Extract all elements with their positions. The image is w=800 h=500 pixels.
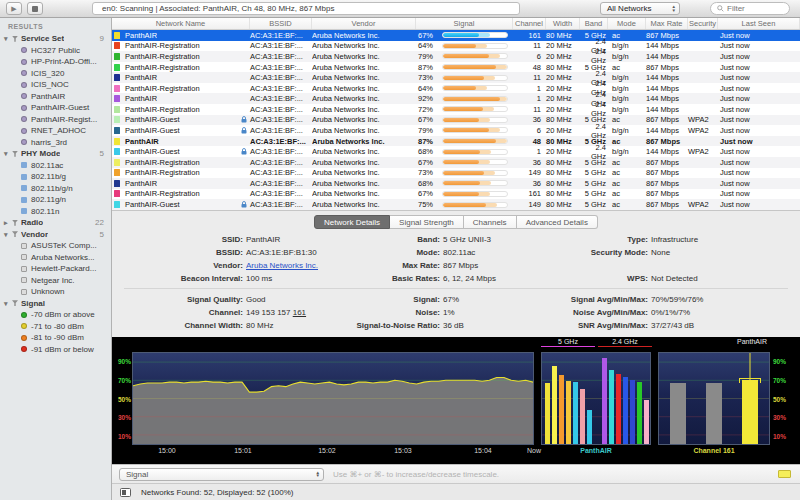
last-seen-cell: Just now — [718, 200, 800, 209]
scan-stop-button[interactable] — [27, 2, 43, 15]
disclosure-triangle-icon[interactable]: ▾ — [4, 300, 12, 307]
column-header-channel[interactable]: Channel — [513, 18, 546, 29]
charts-header: 5 GHz 2.4 GHz PanthAIR — [112, 338, 800, 350]
column-header-vendor[interactable]: Vendor — [312, 18, 416, 29]
sidebar-group-phy-mode[interactable]: ▾ PHY Mode5 — [0, 148, 111, 160]
sidebar-item-hewlett-packard[interactable]: Hewlett-Packard... — [0, 263, 111, 275]
disclosure-triangle-icon[interactable]: ▾ — [4, 35, 12, 42]
column-header-max-rate[interactable]: Max Rate — [646, 18, 688, 29]
sidebar-item-hc327-public[interactable]: HC327 Public — [0, 45, 111, 57]
sidebar-item-hp-print-ad-offi[interactable]: HP-Print-AD-Offi... — [0, 56, 111, 68]
mode-cell: ac — [608, 189, 646, 198]
table-row[interactable]: PanthAIR-Registration AC:A3:1E:BF:... Ar… — [112, 157, 800, 168]
mode-cell: ac — [608, 137, 646, 146]
sidebar-item-802-11g-n[interactable]: 802.11g/n — [0, 194, 111, 206]
table-row[interactable]: PanthAIR-Guest AC:A3:1E:BF:... Aruba Net… — [112, 125, 800, 136]
charts-panel: 5 GHz 2.4 GHz PanthAIR 90%70%50%30%10% 9… — [112, 337, 800, 464]
sidebar-item-70-dbm-or-above[interactable]: -70 dBm or above — [0, 309, 111, 321]
table-row[interactable]: PanthAIR-Guest AC:A3:1E:BF:... Aruba Net… — [112, 146, 800, 157]
signal-cell: 64% — [416, 84, 513, 93]
sidebar-item-rnet-adhoc[interactable]: RNET_ADHOC — [0, 125, 111, 137]
sidebar-item-harris-3rd[interactable]: harris_3rd — [0, 137, 111, 149]
sidebar-item-802-11n[interactable]: 802.11n — [0, 206, 111, 218]
band-chart-x-label: PanthAIR — [541, 447, 651, 454]
sidebar-item-panthair-guest[interactable]: PanthAIR-Guest — [0, 102, 111, 114]
sidebar-item-91-dbm-or-below[interactable]: -91 dBm or below — [0, 344, 111, 356]
network-icon — [21, 128, 27, 134]
sidebar-item-71-to-80-dbm[interactable]: -71 to -80 dBm — [0, 321, 111, 333]
sidebar-item-81-to-90-dbm[interactable]: -81 to -90 dBm — [0, 332, 111, 344]
ssid-color-chip-icon — [114, 95, 120, 102]
table-row[interactable]: PanthAIR AC:A3:1E:BF:... Aruba Networks … — [112, 30, 800, 41]
sidebar-item-unknown[interactable]: Unknown — [0, 286, 111, 298]
sidebar-item-aruba-networks[interactable]: Aruba Networks... — [0, 252, 111, 264]
sidebar-item-panthair-regist[interactable]: PanthAIR-Regist... — [0, 114, 111, 126]
sidebar-group-signal[interactable]: ▾ Signal — [0, 298, 111, 310]
tab-advanced-details[interactable]: Advanced Details — [517, 215, 598, 229]
table-row[interactable]: PanthAIR-Registration AC:A3:1E:BF:... Ar… — [112, 51, 800, 62]
graph-mode-value: Signal — [126, 470, 148, 479]
band-cell: 5 GHz — [580, 158, 608, 167]
channel-cell: 11 — [513, 105, 546, 114]
channel-cell: 11 — [513, 73, 546, 82]
sidebar-item-802-11b-g-n[interactable]: 802.11b/g/n — [0, 183, 111, 195]
bssid-cell: AC:A3:1E:BF:... — [250, 126, 312, 135]
table-row[interactable]: PanthAIR-Registration AC:A3:1E:BF:... Ar… — [112, 104, 800, 115]
sidebar-item-802-11b-g[interactable]: 802.11b/g — [0, 171, 111, 183]
sidebar-item-netgear-inc[interactable]: Netgear Inc. — [0, 275, 111, 287]
signal-cell: 67% — [416, 31, 513, 40]
table-row[interactable]: PanthAIR-Registration AC:A3:1E:BF:... Ar… — [112, 62, 800, 73]
table-row[interactable]: PanthAIR AC:A3:1E:BF:... Aruba Networks … — [112, 136, 800, 147]
sidebar-item-icis-320[interactable]: ICIS_320 — [0, 68, 111, 80]
table-row[interactable]: PanthAIR-Registration AC:A3:1E:BF:... Ar… — [112, 83, 800, 94]
column-header-last-seen[interactable]: Last Seen — [718, 18, 800, 29]
network-filter-popup[interactable]: All Networks ▲▼ — [600, 2, 680, 15]
spectrum-bar — [602, 358, 607, 444]
column-header-band[interactable]: Band — [580, 18, 608, 29]
table-row[interactable]: PanthAIR-Registration AC:A3:1E:BF:... Ar… — [112, 189, 800, 200]
table-row[interactable]: PanthAIR AC:A3:1E:BF:... Aruba Networks … — [112, 93, 800, 104]
table-row[interactable]: PanthAIR-Registration AC:A3:1E:BF:... Ar… — [112, 41, 800, 52]
tab-network-details[interactable]: Network Details — [314, 215, 390, 229]
vendor-link[interactable]: Aruba Networks Inc. — [246, 261, 318, 270]
table-row[interactable]: PanthAIR-Registration AC:A3:1E:BF:... Ar… — [112, 168, 800, 179]
signal-bar — [442, 85, 508, 91]
search-input[interactable] — [727, 4, 783, 13]
popup-stepper-icon: ▲▼ — [316, 471, 320, 478]
display-toggle-checkbox[interactable] — [120, 488, 131, 497]
filter-search-field[interactable] — [710, 2, 790, 15]
sidebar-group-radio[interactable]: ▸ Radio22 — [0, 217, 111, 229]
sidebar-item-802-11ac[interactable]: 802.11ac — [0, 160, 111, 172]
table-row[interactable]: PanthAIR-Guest AC:A3:1E:BF:... Aruba Net… — [112, 115, 800, 126]
network-details-panel: Network DetailsSignal StrengthChannelsAd… — [112, 210, 800, 337]
column-header-network-name[interactable]: Network Name — [112, 18, 250, 29]
sidebar-item-panthair[interactable]: PanthAIR — [0, 91, 111, 103]
disclosure-triangle-icon[interactable]: ▾ — [4, 231, 12, 238]
signal-level-dot-icon — [21, 323, 27, 329]
column-header-mode[interactable]: Mode — [608, 18, 646, 29]
max-rate-cell: 144 Mbps — [646, 84, 688, 93]
scan-play-button[interactable]: ▶ — [6, 2, 22, 15]
disclosure-triangle-icon[interactable]: ▸ — [4, 219, 12, 226]
disclosure-triangle-icon[interactable]: ▾ — [4, 150, 12, 157]
table-row[interactable]: PanthAIR AC:A3:1E:BF:... Aruba Networks … — [112, 178, 800, 189]
channel-cell: 161 — [513, 189, 546, 198]
width-cell: 80 MHz — [546, 200, 580, 209]
details-row: Channel: 149 153 157 161Noise: 1%Noise A… — [112, 306, 800, 319]
sidebar-group-vendor[interactable]: ▾ Vendor5 — [0, 229, 111, 241]
table-row[interactable]: PanthAIR-Guest AC:A3:1E:BF:... Aruba Net… — [112, 199, 800, 210]
bssid-cell: AC:A3:1E:BF:... — [250, 158, 312, 167]
sidebar-item-icis-noc[interactable]: ICIS_NOC — [0, 79, 111, 91]
column-header-width[interactable]: Width — [546, 18, 580, 29]
tab-signal-strength[interactable]: Signal Strength — [390, 215, 464, 229]
vendor-cell: Aruba Networks Inc. — [312, 41, 416, 50]
column-header-bssid[interactable]: BSSID — [250, 18, 312, 29]
tab-channels[interactable]: Channels — [464, 215, 517, 229]
column-header-security[interactable]: Security — [688, 18, 718, 29]
graph-mode-popup[interactable]: Signal ▲▼ — [119, 468, 324, 481]
table-row[interactable]: PanthAIR AC:A3:1E:BF:... Aruba Networks … — [112, 72, 800, 83]
column-header-signal[interactable]: Signal — [416, 18, 513, 29]
sidebar-item-asustek-comp[interactable]: ASUSTeK Comp... — [0, 240, 111, 252]
bssid-cell: AC:A3:1E:BF:... — [250, 168, 312, 177]
sidebar-group-service-set[interactable]: ▾ Service Set9 — [0, 33, 111, 45]
